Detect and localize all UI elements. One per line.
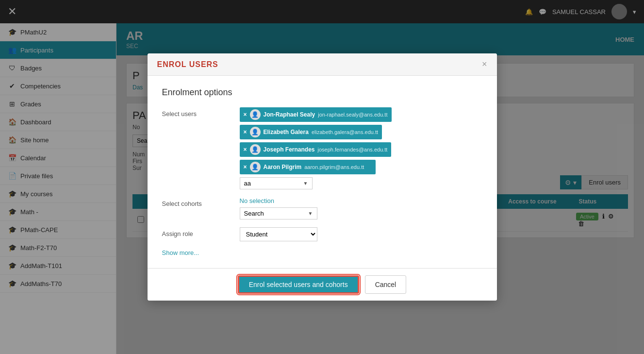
show-more-row: Show more... [162, 249, 482, 256]
select-users-label: Select users [162, 107, 230, 118]
enrol-users-modal: ENROL USERS × Enrolment options Select u… [148, 53, 497, 301]
remove-user-icon[interactable]: × [244, 111, 247, 118]
tag-avatar: 👤 [250, 109, 261, 120]
select-cohorts-row: Select cohorts No selection Search ▼ [162, 197, 482, 219]
cohorts-search-placeholder: Search [244, 210, 264, 217]
remove-user-icon[interactable]: × [244, 146, 247, 153]
show-more-link[interactable]: Show more... [162, 249, 199, 256]
user-tag: × 👤 Joseph Fernandes joseph.fernandes@an… [240, 142, 392, 157]
user-search-dropdown[interactable]: aa ▼ [240, 177, 313, 189]
tag-name: Joseph Fernandes [264, 146, 315, 153]
enrolment-options-title: Enrolment options [162, 87, 482, 98]
modal-close-button[interactable]: × [482, 59, 487, 69]
no-selection-text: No selection [240, 197, 317, 204]
modal-title: ENROL USERS [157, 60, 218, 69]
select-cohorts-label: Select cohorts [162, 197, 230, 207]
selected-users-container: × 👤 Jon-Raphael Sealy jon-raphael.sealy@… [240, 107, 482, 189]
user-search-arrow: ▼ [303, 181, 308, 186]
user-search-value: aa [244, 180, 251, 187]
user-tag: × 👤 Aaron Pilgrim aaron.pilgrim@ans.edu.… [240, 160, 376, 174]
enrol-submit-button[interactable]: Enrol selected users and cohorts [238, 275, 359, 294]
modal-overlay: ENROL USERS × Enrolment options Select u… [0, 0, 644, 354]
assign-role-label: Assign role [162, 227, 230, 237]
cohorts-search-arrow: ▼ [308, 211, 313, 216]
tag-email: jon-raphael.sealy@ans.edu.tt [318, 112, 387, 118]
modal-footer: Enrol selected users and cohorts Cancel [148, 268, 497, 301]
modal-header: ENROL USERS × [148, 53, 497, 76]
remove-user-icon[interactable]: × [244, 164, 247, 170]
assign-role-row: Assign role Student Teacher [162, 227, 482, 241]
tag-name: Aaron Pilgrim [264, 164, 302, 170]
assign-role-select[interactable]: Student Teacher [240, 227, 317, 241]
cohorts-container: No selection Search ▼ [240, 197, 317, 219]
select-users-row: Select users × 👤 Jon-Raphael Sealy jon-r… [162, 107, 482, 189]
user-tag: × 👤 Elizabeth Galera elizabeth.galera@an… [240, 125, 382, 139]
tag-name: Elizabeth Galera [264, 129, 309, 135]
tag-avatar: 👤 [250, 127, 261, 137]
tag-email: elizabeth.galera@ans.edu.tt [312, 129, 378, 135]
user-tag: × 👤 Jon-Raphael Sealy jon-raphael.sealy@… [240, 107, 392, 122]
tag-avatar: 👤 [250, 162, 261, 172]
tag-email: aaron.pilgrim@ans.edu.tt [304, 164, 364, 170]
cancel-button[interactable]: Cancel [365, 275, 407, 294]
tag-name: Jon-Raphael Sealy [264, 111, 315, 118]
assign-role-container: Student Teacher [240, 227, 317, 241]
tag-avatar: 👤 [250, 144, 261, 155]
cohorts-search-dropdown[interactable]: Search ▼ [240, 207, 317, 219]
tag-email: joseph.fernandes@ans.edu.tt [318, 147, 388, 152]
remove-user-icon[interactable]: × [244, 129, 247, 135]
modal-body: Enrolment options Select users × 👤 Jon-R… [148, 76, 497, 268]
